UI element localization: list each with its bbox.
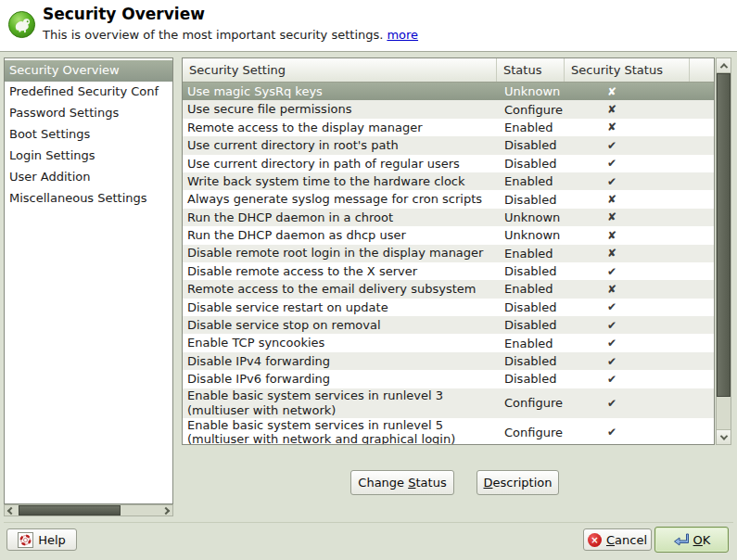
hscrollbar-thumb[interactable] [19,505,121,515]
setting-cell: Remote access to the display manager [183,121,497,135]
security-ok-icon: ✔ [607,373,616,386]
table-row[interactable]: Run the DHCP daemon in a chroot Unknown … [183,209,714,226]
table-row[interactable]: Write back system time to the hardware c… [183,172,714,190]
sidebar-item[interactable]: User Addition [5,167,172,188]
scroll-up-button[interactable] [717,58,731,73]
column-header-security-setting[interactable]: Security Setting [183,58,497,82]
table-row[interactable]: Use magic SysRq keys Unknown ✘ [183,83,714,100]
table-row[interactable]: Enable basic system services in runlevel… [183,418,714,444]
sidebar-item[interactable]: Predefined Security Conf [5,82,172,103]
setting-label: Enable basic system services in runlevel… [187,388,497,403]
setting-label: Remote access to the display manager [187,121,497,135]
security-status-cell: ✔ [565,426,690,439]
sidebar-item[interactable]: Password Settings [5,103,172,124]
setting-cell: Disable remote access to the X server [183,264,497,279]
table-row[interactable]: Use current directory in path of regular… [183,155,714,172]
security-status-cell: ✔ [565,300,690,313]
cancel-label: Cancel [606,533,647,547]
sidebar-horizontal-scrollbar[interactable] [4,504,173,516]
security-settings-table: Security Setting Status Security Status … [182,57,715,445]
security-fail-icon: ✘ [607,247,616,260]
table-row[interactable]: Enable basic system services in runlevel… [183,388,714,418]
setting-label: Use current directory in path of regular… [187,157,497,172]
table-vertical-scrollbar[interactable] [716,57,731,445]
table-row[interactable]: Disable IPv4 forwarding Disabled ✔ [183,352,714,370]
chevron-up-icon [719,63,727,70]
table-row[interactable]: Disable remote access to the X server Di… [183,262,714,280]
security-ok-icon: ✔ [607,337,616,350]
table-row[interactable]: Always generate syslog message for cron … [183,190,714,208]
security-status-cell: ✘ [565,247,690,260]
setting-cell: Run the DHCP daemon as dhcp user [183,228,497,243]
table-row[interactable]: Use secure file permissions Configure ✘ [183,100,714,118]
status-value: Enabled [497,121,565,134]
chevron-right-icon [162,506,170,514]
security-status-cell: ✔ [565,139,690,152]
status-value: Disabled [497,264,565,278]
security-status-cell: ✔ [565,397,690,410]
security-status-cell: ✘ [565,193,690,206]
setting-label: Enable basic system services in runlevel… [187,418,497,433]
security-status-cell: ✔ [565,319,690,332]
column-header-status[interactable]: Status [497,58,565,82]
table-row[interactable]: Run the DHCP daemon as dhcp user Unknown… [183,226,714,244]
more-link[interactable]: more [387,28,418,42]
table-row[interactable]: Disable remote root login in the display… [183,245,714,262]
sidebar-list: Security Overview Predefined Security Co… [4,57,173,504]
scroll-right-button[interactable] [159,505,172,515]
ok-enter-arrow-icon [673,533,689,546]
setting-cell: Disable service stop on removal [183,318,497,333]
status-value: Disabled [497,193,565,207]
status-value: Enabled [497,282,565,296]
help-label: Help [38,533,66,547]
sidebar-item[interactable]: Miscellaneous Settings [5,188,172,210]
column-header-security-status[interactable]: Security Status [565,58,690,82]
table-row[interactable]: Use current directory in root's path Dis… [183,136,714,154]
setting-cell: Disable service restart on update [183,300,497,315]
status-value: Disabled [497,138,565,152]
setting-label: Run the DHCP daemon as dhcp user [187,228,497,243]
ok-button[interactable]: OK [654,527,729,553]
security-ok-icon: ✔ [607,265,616,278]
setting-cell: Use current directory in root's path [183,138,497,153]
sidebar-item[interactable]: Login Settings [5,146,172,167]
setting-label: Use magic SysRq keys [187,84,497,99]
setting-label: Disable service restart on update [187,300,497,315]
vscrollbar-thumb[interactable] [717,73,731,397]
table-row[interactable]: Disable service restart on update Disabl… [183,299,714,316]
sidebar-item[interactable]: Boot Settings [5,124,172,146]
security-ok-icon: ✔ [607,397,616,410]
table-row[interactable]: Remote access to the display manager Ena… [183,119,714,136]
sidebar-item-label: Password Settings [9,106,119,120]
chevron-down-icon [719,432,727,439]
status-value: Unknown [497,210,565,224]
dialog-header: Security Overview This is overview of th… [0,0,737,52]
security-ok-icon: ✔ [607,355,616,368]
table-row[interactable]: Disable IPv6 forwarding Disabled ✔ [183,370,714,388]
status-value: Disabled [497,300,565,314]
cancel-button[interactable]: × Cancel [583,528,652,551]
scroll-down-button[interactable] [717,429,731,444]
sidebar-item-label: Security Overview [9,63,120,77]
yast-security-icon [7,10,36,39]
security-ok-icon: ✔ [607,300,616,313]
table-row[interactable]: Disable service stop on removal Disabled… [183,316,714,334]
security-ok-icon: ✔ [607,426,616,439]
change-status-button[interactable]: Change Status [350,470,454,495]
status-value: Unknown [497,84,565,98]
scroll-left-button[interactable] [5,505,18,515]
setting-cell: Run the DHCP daemon in a chroot [183,210,497,225]
security-ok-icon: ✔ [607,157,616,170]
security-status-cell: ✘ [565,121,690,134]
sidebar-item[interactable]: Security Overview [5,60,172,82]
status-value: Disabled [497,354,565,368]
setting-cell: Disable IPv6 forwarding [183,372,497,387]
table-row[interactable]: Remote access to the email delivery subs… [183,280,714,298]
setting-cell: Use current directory in path of regular… [183,157,497,172]
setting-label: Disable IPv6 forwarding [187,372,497,387]
help-button[interactable]: Help [6,528,77,551]
description-button[interactable]: Description [477,470,559,495]
description-label: Description [483,476,552,490]
security-status-cell: ✘ [565,103,690,116]
table-row[interactable]: Enable TCP syncookies Enabled ✔ [183,334,714,351]
